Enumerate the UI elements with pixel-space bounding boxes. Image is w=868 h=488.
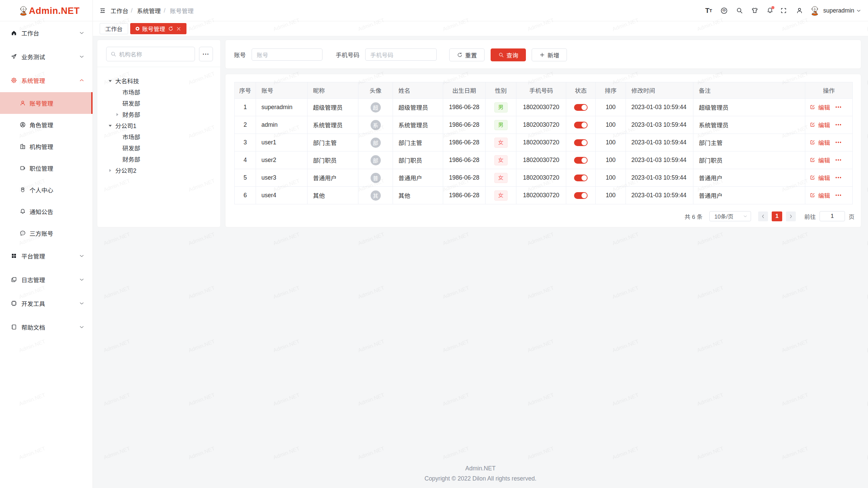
svg-text:中: 中 [722, 7, 726, 13]
